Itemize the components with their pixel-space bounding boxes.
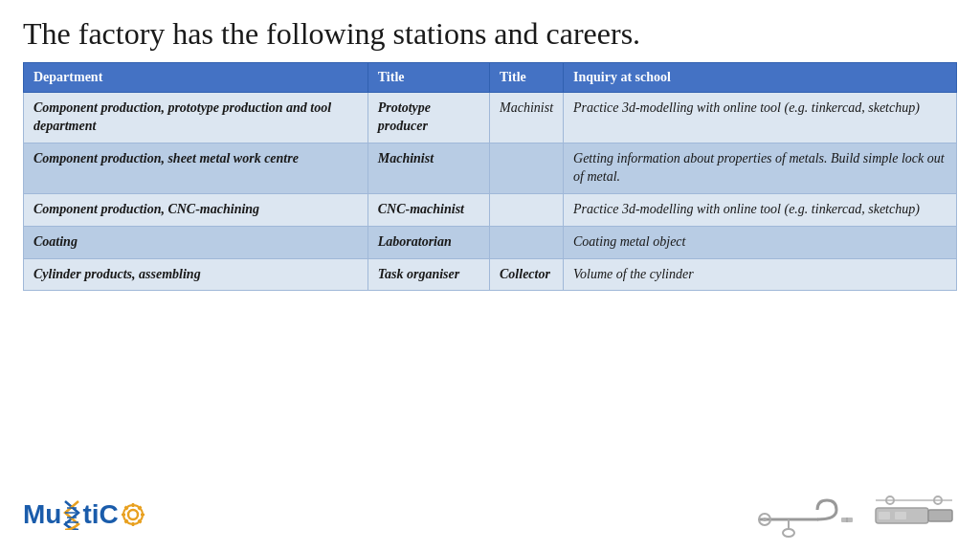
col-header-title2: Title xyxy=(490,63,564,93)
page-title: The factory has the following stations a… xyxy=(23,17,957,51)
cell-title2 xyxy=(490,193,564,226)
cell-department: Component production, sheet metal work c… xyxy=(24,143,368,193)
logo: Mu ti C xyxy=(23,499,147,530)
cell-inquiry: Volume of the cylinder xyxy=(564,258,957,291)
footer: Mu ti C xyxy=(23,482,957,540)
table-row: Component production, sheet metal work c… xyxy=(24,143,957,193)
dna-icon xyxy=(61,499,82,530)
col-header-title1: Title xyxy=(368,63,489,93)
table-row: Coating Laboratorian Coating metal objec… xyxy=(24,226,957,258)
gear-icon xyxy=(119,500,147,529)
table-row: Component production, prototype producti… xyxy=(24,93,957,143)
table-header-row: Department Title Title Inquiry at school xyxy=(24,63,957,93)
cell-inquiry: Coating metal object xyxy=(564,226,957,258)
cell-title1: Prototype producer xyxy=(368,93,489,143)
cell-department: Component production, prototype producti… xyxy=(24,93,368,143)
footer-images xyxy=(750,491,957,539)
table-row: Cylinder products, assembling Task organ… xyxy=(24,258,957,291)
cell-title2: Collector xyxy=(490,258,564,291)
cell-title2 xyxy=(490,226,564,258)
svg-rect-15 xyxy=(879,512,890,519)
logo-text-co: C xyxy=(100,499,119,530)
logo-text-mul: Mu xyxy=(23,499,61,530)
table-wrapper: Department Title Title Inquiry at school… xyxy=(23,62,957,482)
main-table: Department Title Title Inquiry at school… xyxy=(23,62,957,291)
table-row: Component production, CNC-machining CNC-… xyxy=(24,193,957,226)
svg-point-8 xyxy=(763,518,767,521)
svg-point-5 xyxy=(123,505,143,524)
cell-inquiry: Getting information about properties of … xyxy=(564,143,957,193)
cell-title1: CNC-machinist xyxy=(368,193,489,226)
cell-department: Coating xyxy=(24,226,368,258)
cell-title2: Machinist xyxy=(490,93,564,143)
cell-department: Component production, CNC-machining xyxy=(24,193,368,226)
svg-rect-14 xyxy=(928,510,952,521)
svg-point-10 xyxy=(783,529,794,537)
col-header-inquiry: Inquiry at school xyxy=(564,63,957,93)
logo-text-ti: ti xyxy=(82,499,99,530)
page: The factory has the following stations a… xyxy=(0,0,980,551)
svg-point-4 xyxy=(128,510,138,519)
cell-title1: Task organiser xyxy=(368,258,489,291)
col-header-department: Department xyxy=(24,63,368,93)
cell-title1: Laboratorian xyxy=(368,226,489,258)
cell-department: Cylinder products, assembling xyxy=(24,258,368,291)
cell-inquiry: Practice 3d-modelling with online tool (… xyxy=(564,93,957,143)
hook-image xyxy=(750,491,856,539)
cell-inquiry: Practice 3d-modelling with online tool (… xyxy=(564,193,957,226)
cell-title1: Machinist xyxy=(368,143,489,193)
cell-title2 xyxy=(490,143,564,193)
bolt-image xyxy=(871,491,957,539)
svg-rect-16 xyxy=(895,512,906,519)
